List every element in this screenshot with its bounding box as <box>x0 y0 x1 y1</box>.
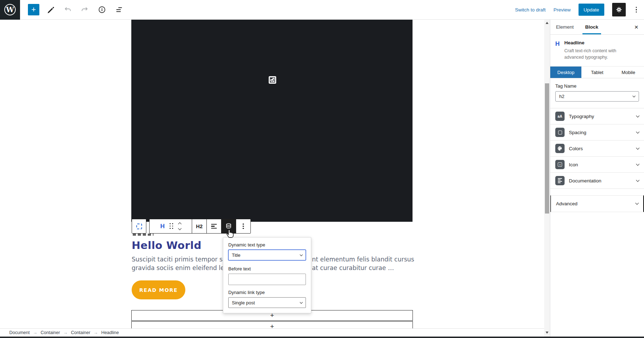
before-text-input[interactable] <box>228 274 306 285</box>
section-icon[interactable]: i Icon <box>550 157 644 173</box>
wordpress-block-editor: W + <box>0 0 644 338</box>
paragraph-line2-left[interactable]: gravida sociis enim eleifend le <box>132 264 224 271</box>
headline-block-icon: H <box>555 40 560 60</box>
switch-to-draft-link[interactable]: Switch to draft <box>515 7 546 13</box>
undo-icon <box>64 6 72 14</box>
device-tab-tablet[interactable]: Tablet <box>581 67 613 78</box>
breadcrumb-container[interactable]: Container <box>71 330 90 335</box>
breadcrumb-arrow: → <box>93 330 98 335</box>
tag-name-select[interactable]: h2 <box>555 91 639 102</box>
featured-image-block[interactable] <box>131 20 413 222</box>
read-more-button[interactable]: READ MORE <box>132 280 185 299</box>
section-typography[interactable]: aA Typography <box>550 108 644 124</box>
drag-dots-icon <box>170 223 174 229</box>
dynamic-text-type-value: Title <box>232 253 240 258</box>
paragraph-line2-right[interactable]: at curae curabitur curae … <box>312 264 394 271</box>
settings-accordion: aA Typography Spacing <box>550 108 644 189</box>
chevron-down-icon <box>636 114 640 117</box>
tab-block[interactable]: Block <box>580 20 604 34</box>
preview-link[interactable]: Preview <box>553 7 571 13</box>
dynamic-text-type-label: Dynamic text type <box>228 242 306 248</box>
post-heading[interactable]: Hello World <box>132 239 201 251</box>
info-icon <box>98 6 106 14</box>
block-options-button[interactable] <box>242 223 244 230</box>
section-colors[interactable]: Colors <box>550 141 644 157</box>
breadcrumb-headline[interactable]: Headline <box>101 330 119 335</box>
colors-icon <box>555 144 565 153</box>
section-label: Icon <box>569 162 578 167</box>
vertical-scrollbar <box>544 20 550 337</box>
undo-button[interactable] <box>62 4 74 16</box>
settings-toggle-button[interactable] <box>612 3 626 16</box>
advanced-label: Advanced <box>556 201 577 206</box>
dynamic-link-type-value: Single post <box>232 300 255 305</box>
select-parent-container-button[interactable] <box>132 219 146 234</box>
redo-button[interactable] <box>79 4 91 16</box>
editor-header: W + <box>0 0 644 20</box>
block-name: Headline <box>564 40 627 45</box>
drag-handle[interactable] <box>169 222 174 230</box>
chevron-down-icon <box>636 146 640 150</box>
tools-button[interactable] <box>44 4 57 16</box>
section-spacing[interactable]: Spacing <box>550 124 644 141</box>
settings-sidebar: Element Block × H Headline Craft text-ri… <box>550 20 644 337</box>
gear-icon <box>615 6 623 13</box>
bottom-edge-strip <box>0 337 644 338</box>
breadcrumb-document[interactable]: Document <box>9 330 30 335</box>
sidebar-tabs: Element Block × <box>550 20 644 35</box>
section-label: Documentation <box>569 178 601 183</box>
chevron-down-icon <box>300 300 303 303</box>
typography-icon: aA <box>555 112 565 121</box>
device-tabs: Desktop Tablet Mobile <box>550 66 644 78</box>
breadcrumb-container[interactable]: Container <box>40 330 60 335</box>
redo-icon <box>81 6 89 14</box>
header-left-tools: + <box>28 4 125 16</box>
mouse-cursor <box>225 229 234 238</box>
tag-name-label: Tag Name <box>555 83 639 89</box>
device-tab-mobile[interactable]: Mobile <box>613 67 644 78</box>
editor-canvas: H H2 <box>0 20 544 328</box>
dynamic-text-type-select[interactable]: Title <box>228 250 306 260</box>
align-left-icon <box>211 224 217 229</box>
tag-name-value: h2 <box>559 94 564 99</box>
device-tab-desktop[interactable]: Desktop <box>550 67 581 78</box>
block-appender[interactable]: + <box>131 321 413 328</box>
block-breadcrumb: Document → Container → Container → Headl… <box>0 328 544 337</box>
chevron-down-icon <box>636 178 640 182</box>
wordpress-logo-button[interactable]: W <box>0 0 20 20</box>
options-menu-button[interactable] <box>634 5 639 15</box>
scroll-down-arrow[interactable] <box>546 332 548 334</box>
documentation-icon <box>555 176 565 185</box>
scrollbar-thumb[interactable] <box>545 83 549 214</box>
dynamic-link-type-label: Dynamic link type <box>228 290 306 295</box>
text-align-button[interactable] <box>210 223 218 230</box>
wordpress-icon: W <box>4 4 16 15</box>
move-up-down-icon <box>179 222 181 231</box>
block-inserter-button[interactable]: + <box>28 4 39 15</box>
update-button[interactable]: Update <box>579 4 604 16</box>
tab-element[interactable]: Element <box>550 20 580 34</box>
header-right-actions: Switch to draft Preview Update <box>515 3 644 16</box>
spacing-icon <box>555 128 565 137</box>
plus-icon: + <box>270 323 274 328</box>
heading-level-button[interactable]: H2 <box>195 223 204 230</box>
section-advanced[interactable]: Advanced <box>550 195 644 212</box>
section-documentation[interactable]: Documentation <box>550 173 644 189</box>
paragraph-line1-right[interactable]: nt elementum felis blandit cursus <box>312 256 414 263</box>
dashed-selection-icon <box>136 224 142 229</box>
headline-block-icon-button[interactable]: H <box>160 222 165 231</box>
dynamic-link-type-select[interactable]: Single post <box>228 297 306 308</box>
chevron-down-icon <box>636 130 640 133</box>
chevron-down-icon <box>636 162 640 166</box>
section-label: Typography <box>569 114 594 119</box>
close-sidebar-button[interactable]: × <box>632 22 640 32</box>
broken-image-icon <box>269 76 276 84</box>
block-mover[interactable] <box>178 221 182 231</box>
list-view-button[interactable] <box>113 4 125 16</box>
details-button[interactable] <box>96 4 108 16</box>
block-card: H Headline Craft text-rich content with … <box>550 35 644 66</box>
scroll-up-arrow[interactable] <box>546 22 548 24</box>
paragraph-line1-left[interactable]: Suscipit taciti primis tempor sa <box>132 256 226 263</box>
section-label: Spacing <box>569 130 586 135</box>
pencil-icon <box>47 6 54 14</box>
